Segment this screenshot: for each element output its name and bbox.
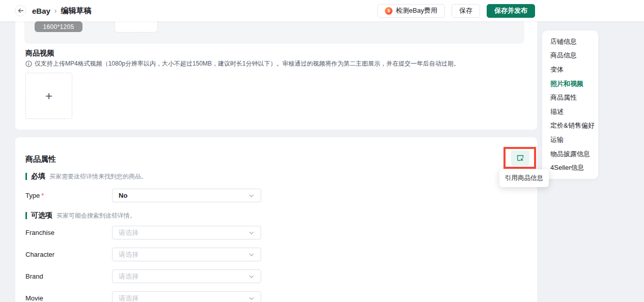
nav-item-4seller-info[interactable]: 4Seller信息 xyxy=(542,161,598,175)
nav-item-attributes[interactable]: 商品属性 xyxy=(542,90,598,105)
reference-import-icon xyxy=(516,154,524,162)
field-label-brand: Brand xyxy=(25,269,107,283)
chevron-down-icon xyxy=(248,274,255,280)
chevron-down-icon xyxy=(248,230,255,236)
video-info-line: 仅支持上传MP4格式视频（1080p分辨率以内，大小不超过150MB，建议时长1… xyxy=(25,59,460,68)
brand-select[interactable]: 请选择 xyxy=(112,269,261,283)
field-label-type: Type * xyxy=(25,189,107,202)
group-accent-bar xyxy=(25,173,27,180)
breadcrumb: eBay › 编辑草稿 xyxy=(32,6,92,16)
type-select[interactable]: No xyxy=(112,189,261,202)
nav-item-store-info[interactable]: 店铺信息 xyxy=(542,35,598,49)
page-title: 编辑草稿 xyxy=(61,6,92,16)
field-label-movie: Movie xyxy=(25,291,107,302)
video-info-text: 仅支持上传MP4格式视频（1080p分辨率以内，大小不超过150MB，建议时长1… xyxy=(35,59,460,68)
fee-dollar-icon: $ xyxy=(385,7,393,15)
chevron-down-icon xyxy=(248,295,255,301)
nav-item-description[interactable]: 描述 xyxy=(542,105,598,119)
upload-video-button[interactable]: + xyxy=(25,73,72,119)
info-icon xyxy=(25,61,32,67)
nav-item-item-disclosure[interactable]: 物品披露信息 xyxy=(542,147,598,161)
section-anchor-nav: 店铺信息 商品信息 变体 照片和视频 商品属性 描述 定价&销售偏好 运输 物品… xyxy=(542,31,598,179)
nav-item-shipping[interactable]: 运输 xyxy=(542,133,598,147)
arrow-left-icon xyxy=(17,8,24,14)
video-section-title: 商品视频 xyxy=(25,49,54,58)
check-ebay-fee-button[interactable]: $ 检测eBay费用 xyxy=(377,4,445,18)
field-label-franchise: Franchise xyxy=(25,226,107,239)
top-header: eBay › 编辑草稿 $ 检测eBay费用 保存 保存并发布 xyxy=(0,0,644,21)
breadcrumb-separator: › xyxy=(54,7,57,15)
required-asterisk: * xyxy=(41,192,44,199)
chevron-down-icon xyxy=(248,193,255,199)
back-button[interactable] xyxy=(15,5,26,16)
nav-item-photos-video[interactable]: 照片和视频 xyxy=(542,77,598,91)
field-label-character: Character xyxy=(25,248,107,261)
save-and-publish-button[interactable]: 保存并发布 xyxy=(487,4,535,18)
quote-product-info-button[interactable] xyxy=(511,150,529,166)
breadcrumb-brand: eBay xyxy=(32,7,50,15)
group-accent-bar xyxy=(25,212,27,219)
required-group-header: 必填 买家需要这些详情来找到您的商品。 xyxy=(25,172,147,181)
photo-list-panel: 1600*1205 xyxy=(24,21,524,44)
nav-item-variants[interactable]: 变体 xyxy=(542,63,598,77)
photos-and-video-card: 1600*1205 商品视频 仅支持上传MP4格式视频（1080p分辨率以内，大… xyxy=(15,21,537,130)
nav-item-product-info[interactable]: 商品信息 xyxy=(542,49,598,63)
plus-icon: + xyxy=(45,89,52,103)
add-photo-box[interactable] xyxy=(115,21,158,33)
nav-item-pricing-sales[interactable]: 定价&销售偏好 xyxy=(542,119,598,133)
chevron-down-icon xyxy=(248,252,255,258)
optional-group-header: 可选项 买家可能会搜索到这些详情。 xyxy=(25,211,136,220)
quote-button-tooltip: 引用商品信息 xyxy=(499,169,549,187)
attributes-title: 商品属性 xyxy=(25,155,56,164)
attributes-card: 商品属性 引用商品信息 必填 买家需要这些详情来找到您的商品。 Type * N… xyxy=(15,137,537,302)
header-actions: $ 检测eBay费用 保存 保存并发布 xyxy=(377,4,535,18)
image-size-badge: 1600*1205 xyxy=(35,21,82,32)
character-select[interactable]: 请选择 xyxy=(112,248,261,261)
movie-select[interactable]: 请选择 xyxy=(112,291,261,302)
save-button[interactable]: 保存 xyxy=(452,4,480,18)
franchise-select[interactable]: 请选择 xyxy=(112,226,261,239)
